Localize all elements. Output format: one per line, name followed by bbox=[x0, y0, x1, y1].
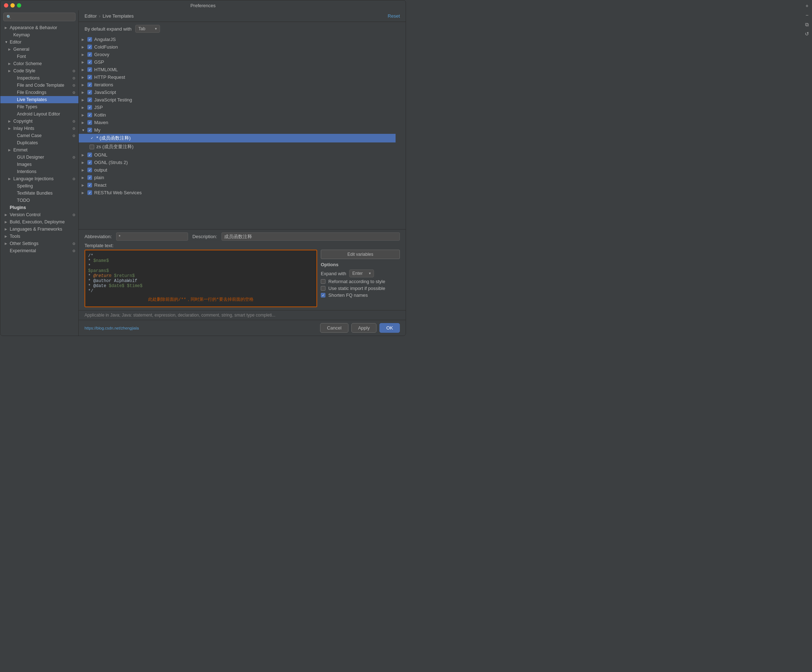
group-checkbox[interactable] bbox=[87, 44, 92, 49]
sidebar-item-todo[interactable]: TODO bbox=[0, 197, 78, 204]
sidebar-item-file-encodings[interactable]: File Encodings ⚙ bbox=[0, 89, 78, 96]
template-group-groovy[interactable]: ▶ Groovy bbox=[79, 51, 396, 58]
group-checkbox[interactable] bbox=[87, 120, 92, 125]
group-checkbox[interactable] bbox=[87, 52, 92, 57]
edit-variables-button[interactable]: Edit variables bbox=[321, 250, 400, 259]
template-group-ognl[interactable]: ▶ OGNL bbox=[79, 151, 396, 159]
group-checkbox[interactable] bbox=[87, 60, 92, 64]
sidebar-item-plugins[interactable]: Plugins bbox=[0, 204, 78, 211]
group-checkbox[interactable] bbox=[87, 175, 92, 180]
sidebar-item-duplicates[interactable]: Duplicates bbox=[0, 139, 78, 146]
template-group-js-testing[interactable]: ▶ JavaScript Testing bbox=[79, 96, 396, 104]
group-checkbox[interactable] bbox=[87, 183, 92, 187]
sidebar-item-file-templates[interactable]: File and Code Template ⚙ bbox=[0, 82, 78, 89]
search-input[interactable] bbox=[13, 14, 72, 19]
arrow-icon: ▶ bbox=[8, 48, 12, 51]
sidebar-item-version-control[interactable]: ▶ Version Control ⚙ bbox=[0, 211, 78, 218]
template-group-output[interactable]: ▶ output bbox=[79, 166, 396, 174]
template-group-restful[interactable]: ▶ RESTful Web Services bbox=[79, 189, 396, 197]
template-group-plain[interactable]: ▶ plain bbox=[79, 174, 396, 181]
item-checkbox[interactable] bbox=[90, 145, 94, 149]
sidebar-item-images[interactable]: Images bbox=[0, 161, 78, 168]
group-checkbox[interactable] bbox=[87, 105, 92, 110]
group-checkbox[interactable] bbox=[87, 168, 92, 172]
sidebar-item-gui-designer[interactable]: GUI Designer ⚙ bbox=[0, 154, 78, 161]
group-checkbox[interactable] bbox=[87, 82, 92, 87]
template-group-maven[interactable]: ▶ Maven bbox=[79, 119, 396, 126]
sidebar-item-general[interactable]: ▶ General bbox=[0, 46, 78, 53]
sidebar-item-keymap[interactable]: Keymap bbox=[0, 31, 78, 38]
options-expand-dropdown[interactable]: Enter Tab Space bbox=[349, 269, 374, 277]
sidebar-item-file-types[interactable]: File Types bbox=[0, 103, 78, 110]
sidebar-item-code-style[interactable]: ▶ Code Style ⚙ bbox=[0, 67, 78, 74]
sidebar-item-android-layout[interactable]: Android Layout Editor bbox=[0, 110, 78, 118]
sidebar-item-camel-case[interactable]: Camel Case ⚙ bbox=[0, 132, 78, 139]
template-group-javascript[interactable]: ▶ JavaScript bbox=[79, 89, 396, 96]
cancel-button[interactable]: Cancel bbox=[320, 323, 348, 333]
sidebar-item-copyright[interactable]: ▶ Copyright ⚙ bbox=[0, 118, 78, 125]
ok-button[interactable]: OK bbox=[379, 323, 400, 333]
sidebar-item-languages[interactable]: ▶ Languages & Frameworks bbox=[0, 226, 78, 233]
static-import-checkbox[interactable] bbox=[321, 286, 326, 291]
template-group-iterations[interactable]: ▶ iterations bbox=[79, 81, 396, 89]
sidebar-item-textmate[interactable]: TextMate Bundles bbox=[0, 190, 78, 197]
breadcrumb: Editor › Live Templates bbox=[85, 13, 134, 19]
sidebar-item-inspections[interactable]: Inspections ⚙ bbox=[0, 74, 78, 82]
sidebar-item-other-settings[interactable]: ▶ Other Settings ⚙ bbox=[0, 240, 78, 247]
reformat-checkbox[interactable] bbox=[321, 279, 326, 284]
group-checkbox[interactable] bbox=[87, 37, 92, 42]
minimize-button[interactable] bbox=[10, 3, 15, 8]
sidebar-item-build[interactable]: ▶ Build, Execution, Deployme bbox=[0, 218, 78, 226]
group-checkbox[interactable] bbox=[87, 128, 92, 132]
group-checkbox[interactable] bbox=[87, 160, 92, 165]
template-group-angularjs[interactable]: ▶ AngularJS bbox=[79, 36, 396, 43]
expand-with-dropdown[interactable]: Tab Enter Space bbox=[135, 25, 160, 33]
template-group-gsp[interactable]: ▶ GSP bbox=[79, 58, 396, 66]
template-group-react[interactable]: ▶ React bbox=[79, 181, 396, 189]
group-checkbox[interactable] bbox=[87, 113, 92, 117]
template-group-jsp[interactable]: ▶ JSP bbox=[79, 104, 396, 111]
item-checkbox[interactable] bbox=[90, 136, 94, 141]
group-checkbox[interactable] bbox=[87, 97, 92, 102]
template-group-my[interactable]: ▼ My bbox=[79, 126, 396, 134]
group-checkbox[interactable] bbox=[87, 152, 92, 157]
options-expand-select[interactable]: Enter Tab Space bbox=[349, 269, 374, 277]
sidebar-item-intentions[interactable]: Intentions bbox=[0, 168, 78, 175]
list-scroll[interactable]: ▶ AngularJS ▶ ColdFusion ▶ bbox=[79, 36, 406, 229]
apply-button[interactable]: Apply bbox=[351, 323, 377, 333]
description-input[interactable] bbox=[222, 233, 400, 241]
code-line-6: * @author AlphaWolf bbox=[88, 279, 314, 284]
sidebar-item-color-scheme[interactable]: ▶ Color Scheme bbox=[0, 60, 78, 67]
template-item-zs[interactable]: zs (成员变量注释) bbox=[79, 142, 396, 151]
group-checkbox[interactable] bbox=[87, 75, 92, 80]
expand-icon: ▶ bbox=[82, 91, 85, 94]
close-button[interactable] bbox=[4, 3, 8, 8]
maximize-button[interactable] bbox=[17, 3, 21, 8]
shorten-fq-checkbox[interactable] bbox=[321, 293, 326, 298]
sidebar-item-spelling[interactable]: Spelling bbox=[0, 182, 78, 190]
template-group-ognl-struts[interactable]: ▶ OGNL (Struts 2) bbox=[79, 159, 396, 166]
sidebar-item-inlay-hints[interactable]: ▶ Inlay Hints ⚙ bbox=[0, 125, 78, 132]
template-editor[interactable]: /* * $name$ * $params$ * @return $return… bbox=[85, 250, 317, 307]
abbreviation-input[interactable] bbox=[116, 233, 188, 241]
group-checkbox[interactable] bbox=[87, 90, 92, 95]
sidebar-item-experimental[interactable]: Experimental ⚙ bbox=[0, 247, 78, 254]
sidebar-item-font[interactable]: Font bbox=[0, 53, 78, 60]
sidebar-item-emmet[interactable]: ▶ Emmet bbox=[0, 146, 78, 154]
group-checkbox[interactable] bbox=[87, 67, 92, 72]
template-group-kotlin[interactable]: ▶ Kotlin bbox=[79, 111, 396, 119]
search-box[interactable]: 🔍 bbox=[3, 13, 75, 21]
sidebar-item-language-injections[interactable]: ▶ Language Injections ⚙ bbox=[0, 175, 78, 182]
template-group-coldfusion[interactable]: ▶ ColdFusion bbox=[79, 43, 396, 51]
group-checkbox[interactable] bbox=[87, 190, 92, 195]
sidebar-item-editor[interactable]: ▼ Editor bbox=[0, 38, 78, 46]
reset-button[interactable]: Reset bbox=[388, 13, 400, 19]
template-group-http[interactable]: ▶ HTTP Request bbox=[79, 74, 396, 81]
sidebar-item-live-templates[interactable]: Live Templates bbox=[0, 96, 78, 103]
template-group-htmlxml[interactable]: ▶ HTML/XML bbox=[79, 66, 396, 74]
expand-with-select[interactable]: Tab Enter Space bbox=[135, 25, 160, 33]
sidebar-item-appearance[interactable]: ▶ Appearance & Behavior bbox=[0, 24, 78, 31]
sidebar-item-tools[interactable]: ▶ Tools bbox=[0, 233, 78, 240]
code-line-7: * @date $date$ $time$ bbox=[88, 284, 314, 289]
template-item-star[interactable]: * (成员函数注释) bbox=[79, 134, 396, 142]
